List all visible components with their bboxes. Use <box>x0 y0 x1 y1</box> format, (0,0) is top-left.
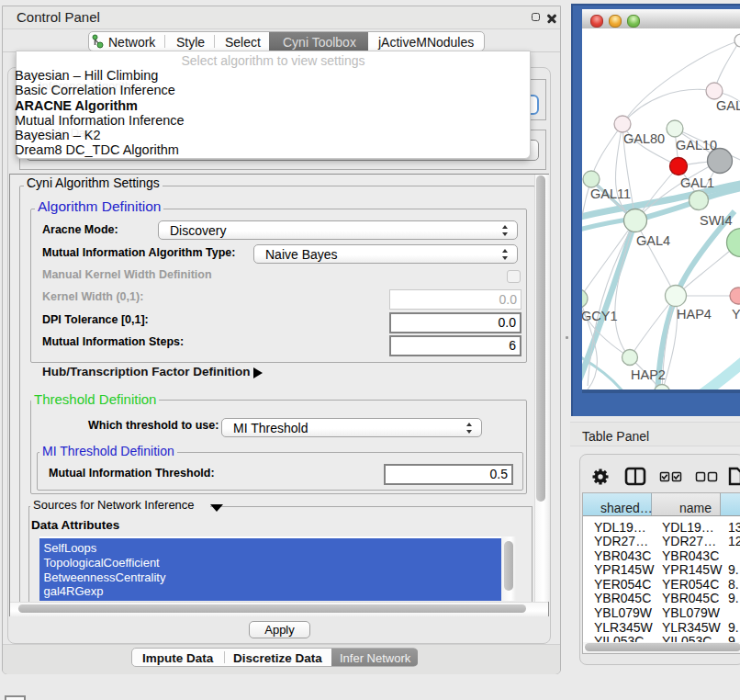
svg-text:GCY1: GCY1 <box>582 309 618 323</box>
svg-text:GAL80: GAL80 <box>623 131 665 146</box>
svg-text:GAL1: GAL1 <box>680 175 714 190</box>
svg-text:HAP4: HAP4 <box>677 307 712 322</box>
svg-text:GAL8: GAL8 <box>716 98 740 113</box>
svg-text:GAL4: GAL4 <box>636 233 670 248</box>
svg-text:GAL10: GAL10 <box>676 138 717 152</box>
svg-text:GAL11: GAL11 <box>590 186 631 201</box>
svg-text:Y: Y <box>732 307 740 322</box>
svg-text:SWI4: SWI4 <box>700 213 732 228</box>
svg-text:HAP2: HAP2 <box>631 367 666 382</box>
